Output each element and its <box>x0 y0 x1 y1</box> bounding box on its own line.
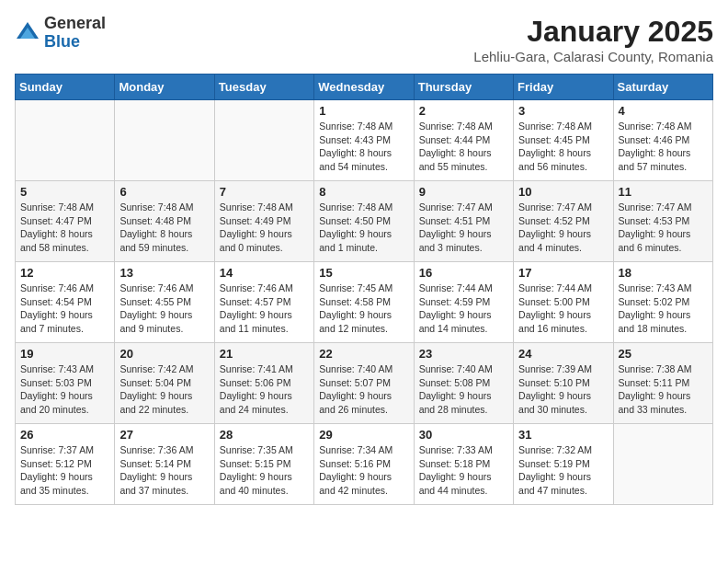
logo-general: General <box>44 15 106 33</box>
location: Lehliu-Gara, Calarasi County, Romania <box>473 49 713 64</box>
page-header: General Blue January 2025 Lehliu-Gara, C… <box>15 15 713 64</box>
day-number: 19 <box>20 347 109 361</box>
calendar-table: SundayMondayTuesdayWednesdayThursdayFrid… <box>15 74 713 505</box>
day-cell-8: 8Sunrise: 7:48 AMSunset: 4:50 PMDaylight… <box>314 181 414 262</box>
day-info: Sunrise: 7:38 AMSunset: 5:11 PMDaylight:… <box>619 362 708 417</box>
day-number: 21 <box>220 347 309 361</box>
empty-cell <box>214 100 313 181</box>
day-number: 20 <box>119 347 209 361</box>
day-cell-15: 15Sunrise: 7:45 AMSunset: 4:58 PMDayligh… <box>314 262 414 343</box>
day-info: Sunrise: 7:46 AMSunset: 4:57 PMDaylight:… <box>220 282 309 336</box>
column-header-monday: Monday <box>115 75 214 100</box>
column-header-tuesday: Tuesday <box>214 75 313 100</box>
day-info: Sunrise: 7:35 AMSunset: 5:15 PMDaylight:… <box>220 443 309 498</box>
day-info: Sunrise: 7:47 AMSunset: 4:52 PMDaylight:… <box>518 201 608 255</box>
day-cell-30: 30Sunrise: 7:33 AMSunset: 5:18 PMDayligh… <box>414 424 513 505</box>
day-cell-4: 4Sunrise: 7:48 AMSunset: 4:46 PMDaylight… <box>613 100 712 181</box>
day-info: Sunrise: 7:39 AMSunset: 5:10 PMDaylight:… <box>518 362 608 417</box>
day-cell-9: 9Sunrise: 7:47 AMSunset: 4:51 PMDaylight… <box>414 181 513 262</box>
day-info: Sunrise: 7:40 AMSunset: 5:07 PMDaylight:… <box>319 362 408 417</box>
day-cell-18: 18Sunrise: 7:43 AMSunset: 5:02 PMDayligh… <box>613 262 712 343</box>
empty-cell <box>613 424 712 505</box>
day-cell-21: 21Sunrise: 7:41 AMSunset: 5:06 PMDayligh… <box>214 343 313 424</box>
day-info: Sunrise: 7:43 AMSunset: 5:02 PMDaylight:… <box>619 282 708 336</box>
day-number: 5 <box>20 185 109 199</box>
day-number: 4 <box>619 104 708 118</box>
day-cell-29: 29Sunrise: 7:34 AMSunset: 5:16 PMDayligh… <box>314 424 414 505</box>
week-row-5: 26Sunrise: 7:37 AMSunset: 5:12 PMDayligh… <box>16 424 713 505</box>
column-header-friday: Friday <box>514 75 613 100</box>
day-number: 10 <box>518 185 608 199</box>
day-number: 6 <box>119 185 209 199</box>
day-number: 12 <box>20 266 109 280</box>
header-row: SundayMondayTuesdayWednesdayThursdayFrid… <box>16 75 713 100</box>
day-number: 15 <box>319 266 408 280</box>
column-header-saturday: Saturday <box>613 75 712 100</box>
day-info: Sunrise: 7:45 AMSunset: 4:58 PMDaylight:… <box>319 282 408 336</box>
day-cell-17: 17Sunrise: 7:44 AMSunset: 5:00 PMDayligh… <box>514 262 613 343</box>
day-number: 2 <box>419 104 508 118</box>
day-info: Sunrise: 7:42 AMSunset: 5:04 PMDaylight:… <box>119 362 209 417</box>
day-cell-23: 23Sunrise: 7:40 AMSunset: 5:08 PMDayligh… <box>414 343 513 424</box>
day-cell-1: 1Sunrise: 7:48 AMSunset: 4:43 PMDaylight… <box>314 100 414 181</box>
day-info: Sunrise: 7:36 AMSunset: 5:14 PMDaylight:… <box>119 443 209 498</box>
day-info: Sunrise: 7:43 AMSunset: 5:03 PMDaylight:… <box>20 362 109 417</box>
day-number: 16 <box>419 266 508 280</box>
day-cell-12: 12Sunrise: 7:46 AMSunset: 4:54 PMDayligh… <box>16 262 115 343</box>
day-cell-25: 25Sunrise: 7:38 AMSunset: 5:11 PMDayligh… <box>613 343 712 424</box>
day-info: Sunrise: 7:40 AMSunset: 5:08 PMDaylight:… <box>419 362 508 417</box>
day-number: 18 <box>619 266 708 280</box>
week-row-1: 1Sunrise: 7:48 AMSunset: 4:43 PMDaylight… <box>16 100 713 181</box>
day-number: 8 <box>319 185 408 199</box>
logo: General Blue <box>15 15 106 52</box>
empty-cell <box>115 100 214 181</box>
logo-icon <box>15 20 40 46</box>
day-info: Sunrise: 7:47 AMSunset: 4:53 PMDaylight:… <box>619 201 708 255</box>
day-number: 9 <box>419 185 508 199</box>
day-info: Sunrise: 7:48 AMSunset: 4:45 PMDaylight:… <box>518 120 608 174</box>
day-cell-28: 28Sunrise: 7:35 AMSunset: 5:15 PMDayligh… <box>214 424 313 505</box>
day-info: Sunrise: 7:48 AMSunset: 4:47 PMDaylight:… <box>20 201 109 255</box>
day-cell-11: 11Sunrise: 7:47 AMSunset: 4:53 PMDayligh… <box>613 181 712 262</box>
day-info: Sunrise: 7:34 AMSunset: 5:16 PMDaylight:… <box>319 443 408 498</box>
day-cell-26: 26Sunrise: 7:37 AMSunset: 5:12 PMDayligh… <box>16 424 115 505</box>
day-cell-2: 2Sunrise: 7:48 AMSunset: 4:44 PMDaylight… <box>414 100 513 181</box>
day-info: Sunrise: 7:48 AMSunset: 4:46 PMDaylight:… <box>619 120 708 174</box>
day-number: 25 <box>619 347 708 361</box>
day-cell-3: 3Sunrise: 7:48 AMSunset: 4:45 PMDaylight… <box>514 100 613 181</box>
day-info: Sunrise: 7:48 AMSunset: 4:44 PMDaylight:… <box>419 120 508 174</box>
day-cell-6: 6Sunrise: 7:48 AMSunset: 4:48 PMDaylight… <box>115 181 214 262</box>
day-number: 28 <box>220 428 309 442</box>
column-header-wednesday: Wednesday <box>314 75 414 100</box>
day-number: 30 <box>419 428 508 442</box>
day-cell-31: 31Sunrise: 7:32 AMSunset: 5:19 PMDayligh… <box>514 424 613 505</box>
week-row-3: 12Sunrise: 7:46 AMSunset: 4:54 PMDayligh… <box>16 262 713 343</box>
day-info: Sunrise: 7:37 AMSunset: 5:12 PMDaylight:… <box>20 443 109 498</box>
day-info: Sunrise: 7:46 AMSunset: 4:54 PMDaylight:… <box>20 282 109 336</box>
day-info: Sunrise: 7:33 AMSunset: 5:18 PMDaylight:… <box>419 443 508 498</box>
title-block: January 2025 Lehliu-Gara, Calarasi Count… <box>473 15 713 64</box>
day-info: Sunrise: 7:44 AMSunset: 4:59 PMDaylight:… <box>419 282 508 336</box>
day-number: 1 <box>319 104 408 118</box>
empty-cell <box>16 100 115 181</box>
day-info: Sunrise: 7:41 AMSunset: 5:06 PMDaylight:… <box>220 362 309 417</box>
day-number: 22 <box>319 347 408 361</box>
day-number: 11 <box>619 185 708 199</box>
day-number: 26 <box>20 428 109 442</box>
day-info: Sunrise: 7:48 AMSunset: 4:49 PMDaylight:… <box>220 201 309 255</box>
day-info: Sunrise: 7:47 AMSunset: 4:51 PMDaylight:… <box>419 201 508 255</box>
day-info: Sunrise: 7:48 AMSunset: 4:43 PMDaylight:… <box>319 120 408 174</box>
day-cell-5: 5Sunrise: 7:48 AMSunset: 4:47 PMDaylight… <box>16 181 115 262</box>
week-row-2: 5Sunrise: 7:48 AMSunset: 4:47 PMDaylight… <box>16 181 713 262</box>
day-info: Sunrise: 7:46 AMSunset: 4:55 PMDaylight:… <box>119 282 209 336</box>
day-number: 13 <box>119 266 209 280</box>
day-info: Sunrise: 7:48 AMSunset: 4:48 PMDaylight:… <box>119 201 209 255</box>
day-number: 24 <box>518 347 608 361</box>
day-number: 29 <box>319 428 408 442</box>
day-info: Sunrise: 7:32 AMSunset: 5:19 PMDaylight:… <box>518 443 608 498</box>
day-cell-27: 27Sunrise: 7:36 AMSunset: 5:14 PMDayligh… <box>115 424 214 505</box>
column-header-sunday: Sunday <box>16 75 115 100</box>
day-number: 23 <box>419 347 508 361</box>
day-cell-20: 20Sunrise: 7:42 AMSunset: 5:04 PMDayligh… <box>115 343 214 424</box>
day-cell-19: 19Sunrise: 7:43 AMSunset: 5:03 PMDayligh… <box>16 343 115 424</box>
